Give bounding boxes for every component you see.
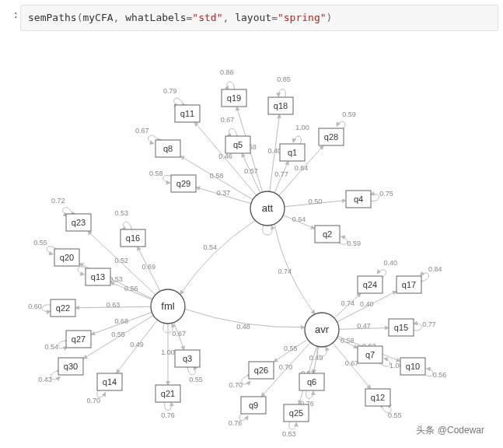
svg-text:q12: q12	[371, 392, 385, 401]
svg-text:1.00: 1.00	[295, 123, 309, 131]
svg-text:0.48: 0.48	[236, 322, 250, 330]
fn-name: semPaths	[28, 12, 77, 23]
svg-text:0.86: 0.86	[220, 68, 234, 75]
svg-text:0.72: 0.72	[51, 197, 65, 205]
svg-text:q3: q3	[183, 353, 192, 362]
svg-text:0.53: 0.53	[109, 275, 123, 282]
svg-text:0.70: 0.70	[279, 363, 293, 371]
svg-text:q5: q5	[233, 139, 243, 149]
svg-text:0.58: 0.58	[149, 169, 163, 177]
svg-text:0.40: 0.40	[267, 146, 281, 154]
svg-text:0.70: 0.70	[229, 380, 243, 388]
svg-text:0.40: 0.40	[384, 259, 398, 267]
svg-text:0.43: 0.43	[38, 376, 52, 383]
svg-text:0.67: 0.67	[173, 330, 187, 338]
svg-text:0.67: 0.67	[345, 359, 359, 367]
svg-text:0.60: 0.60	[28, 302, 42, 310]
svg-text:0.76: 0.76	[229, 418, 243, 426]
svg-text:0.55: 0.55	[284, 344, 298, 352]
code-line: : semPaths(myCFA, whatLabels="std", layo…	[5, 5, 498, 31]
svg-text:att: att	[262, 202, 274, 214]
svg-text:0.67: 0.67	[221, 115, 235, 123]
svg-text:q24: q24	[363, 279, 377, 289]
svg-text:0.49: 0.49	[309, 353, 323, 361]
svg-text:0.53: 0.53	[282, 430, 296, 438]
svg-text:0.67: 0.67	[135, 127, 149, 135]
val1: "std"	[192, 12, 222, 23]
svg-text:q4: q4	[354, 194, 363, 203]
svg-text:q29: q29	[176, 178, 190, 187]
svg-text:0.74: 0.74	[278, 267, 292, 275]
val2: "spring"	[278, 12, 327, 23]
svg-text:q26: q26	[254, 365, 268, 374]
svg-text:q22: q22	[56, 303, 70, 312]
svg-text:0.55: 0.55	[111, 331, 125, 338]
svg-text:q28: q28	[324, 131, 338, 141]
svg-text:q8: q8	[163, 143, 173, 152]
svg-text:1.00: 1.00	[161, 348, 175, 355]
svg-text:0.77: 0.77	[422, 320, 436, 327]
svg-text:0.74: 0.74	[341, 299, 355, 307]
svg-text:0.57: 0.57	[244, 166, 258, 174]
svg-text:0.55: 0.55	[33, 238, 47, 246]
svg-text:0.85: 0.85	[277, 75, 291, 83]
kw1: whatLabels	[125, 12, 186, 23]
watermark: 头条 @Codewar	[416, 424, 484, 437]
svg-text:0.77: 0.77	[274, 170, 288, 178]
svg-text:0.79: 0.79	[163, 86, 177, 94]
svg-text:q10: q10	[406, 361, 420, 370]
input-prompt: :	[5, 5, 20, 31]
svg-text:q19: q19	[227, 93, 241, 102]
arg1: myCFA	[82, 12, 113, 23]
code-cell[interactable]: semPaths(myCFA, whatLabels="std", layout…	[20, 5, 498, 31]
svg-text:0.64: 0.64	[292, 215, 306, 223]
svg-text:q23: q23	[72, 217, 86, 226]
svg-text:q17: q17	[402, 279, 416, 289]
svg-text:0.63: 0.63	[107, 301, 121, 309]
svg-text:0.59: 0.59	[348, 239, 362, 247]
svg-text:q25: q25	[289, 408, 303, 417]
svg-text:q20: q20	[60, 252, 74, 261]
svg-text:0.54: 0.54	[203, 243, 217, 251]
svg-text:0.49: 0.49	[130, 340, 144, 348]
svg-text:q16: q16	[126, 233, 140, 242]
svg-text:0.55: 0.55	[388, 411, 402, 419]
kw2: layout	[235, 12, 271, 23]
svg-text:0.52: 0.52	[115, 257, 129, 264]
svg-text:q27: q27	[72, 334, 86, 343]
svg-text:fml: fml	[161, 300, 174, 312]
svg-text:0.54: 0.54	[44, 342, 58, 350]
svg-text:0.40: 0.40	[360, 300, 374, 308]
svg-text:0.68: 0.68	[114, 317, 128, 324]
svg-text:0.59: 0.59	[342, 110, 356, 118]
svg-text:q21: q21	[161, 388, 175, 397]
svg-text:0.84: 0.84	[428, 264, 442, 272]
svg-text:q2: q2	[323, 229, 332, 238]
sem-path-diagram: 0.540.740.480.580.670.460.790.680.860.57…	[5, 36, 491, 440]
svg-text:0.50: 0.50	[309, 197, 323, 205]
svg-text:q6: q6	[307, 376, 316, 386]
svg-text:0.55: 0.55	[189, 375, 203, 383]
svg-text:0.53: 0.53	[115, 209, 129, 217]
svg-text:q11: q11	[180, 108, 194, 117]
svg-text:q7: q7	[365, 349, 375, 359]
svg-text:0.76: 0.76	[161, 411, 175, 419]
svg-text:0.69: 0.69	[142, 262, 156, 270]
svg-text:q18: q18	[274, 100, 288, 110]
svg-text:0.75: 0.75	[379, 190, 393, 198]
svg-text:0.56: 0.56	[124, 285, 138, 292]
svg-text:0.37: 0.37	[217, 189, 231, 197]
svg-text:0.56: 0.56	[433, 370, 447, 378]
svg-text:avr: avr	[315, 324, 330, 335]
svg-text:0.70: 0.70	[86, 396, 100, 404]
svg-text:q1: q1	[288, 147, 297, 156]
svg-text:0.47: 0.47	[357, 322, 371, 330]
svg-text:q14: q14	[103, 376, 117, 386]
svg-text:0.64: 0.64	[295, 164, 309, 172]
svg-text:q30: q30	[64, 361, 78, 370]
svg-text:0.46: 0.46	[218, 152, 232, 160]
svg-text:0.58: 0.58	[210, 171, 224, 179]
svg-text:q9: q9	[249, 400, 258, 409]
svg-text:q13: q13	[91, 271, 105, 281]
svg-text:q15: q15	[394, 322, 408, 331]
